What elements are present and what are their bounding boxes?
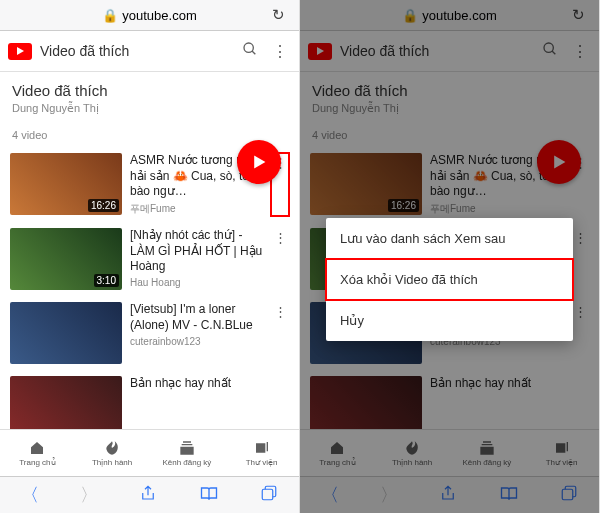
youtube-logo-icon[interactable] — [8, 43, 32, 60]
video-meta: [Nhảy nhót các thứ] - LÀM GÌ PHẢI HỐT | … — [130, 228, 263, 290]
right-screenshot: 🔒 youtube.com ↻ Video đã thích ⋮ Video đ… — [300, 0, 600, 513]
safari-address-bar[interactable]: 🔒 youtube.com ↻ — [0, 0, 299, 31]
video-duration: 16:26 — [88, 199, 119, 212]
header-title: Video đã thích — [40, 43, 231, 59]
nav-home[interactable]: Trang chủ — [0, 430, 75, 476]
menu-save-later[interactable]: Lưu vào danh sách Xem sau — [326, 218, 573, 259]
nav-label: Thịnh hành — [92, 458, 132, 467]
left-screenshot: 🔒 youtube.com ↻ Video đã thích ⋮ Video đ… — [0, 0, 300, 513]
svg-line-1 — [252, 51, 255, 54]
lock-icon: 🔒 — [102, 8, 118, 23]
video-title: Bản nhạc hay nhất — [130, 376, 289, 392]
nav-subscriptions[interactable]: Kênh đăng ký — [150, 430, 225, 476]
playlist-owner: Dung Nguyễn Thị — [12, 102, 287, 115]
forward-icon: 〉 — [80, 483, 98, 507]
video-meta: Bản nhạc hay nhất — [130, 376, 289, 429]
menu-remove-liked[interactable]: Xóa khỏi Video đã thích — [326, 259, 573, 300]
header-more-icon[interactable]: ⋮ — [269, 42, 291, 61]
video-thumbnail: 3:10 — [10, 228, 122, 290]
bottom-nav: Trang chủ Thịnh hành Kênh đăng ký Thư vi… — [0, 429, 299, 476]
youtube-header: Video đã thích ⋮ — [0, 31, 299, 72]
video-more-icon[interactable]: ⋮ — [271, 302, 289, 364]
video-row[interactable]: 3:10 [Nhảy nhót các thứ] - LÀM GÌ PHẢI H… — [0, 222, 299, 296]
video-channel: Hau Hoang — [130, 277, 263, 288]
context-menu: Lưu vào danh sách Xem sau Xóa khỏi Video… — [326, 218, 573, 341]
nav-label: Kênh đăng ký — [162, 458, 211, 467]
search-icon[interactable] — [239, 41, 261, 61]
video-row[interactable]: Bản nhạc hay nhất — [0, 370, 299, 429]
menu-cancel[interactable]: Hủy — [326, 300, 573, 341]
video-channel: cuterainbow123 — [130, 336, 263, 347]
video-row[interactable]: [Vietsub] I'm a loner (Alone) MV - C.N.B… — [0, 296, 299, 370]
video-thumbnail — [10, 376, 122, 429]
share-icon[interactable] — [139, 484, 157, 507]
playlist-title: Video đã thích — [12, 82, 287, 99]
nav-trending[interactable]: Thịnh hành — [75, 430, 150, 476]
safari-toolbar: 〈 〉 — [0, 476, 299, 513]
video-channel: 푸메Fume — [130, 202, 263, 216]
svg-rect-2 — [263, 489, 274, 500]
bookmarks-icon[interactable] — [199, 484, 219, 507]
back-icon[interactable]: 〈 — [21, 483, 39, 507]
video-thumbnail — [10, 302, 122, 364]
video-meta: [Vietsub] I'm a loner (Alone) MV - C.N.B… — [130, 302, 263, 364]
play-all-button[interactable] — [237, 140, 281, 184]
url-host: youtube.com — [122, 8, 196, 23]
video-title: [Vietsub] I'm a loner (Alone) MV - C.N.B… — [130, 302, 263, 333]
modal-overlay[interactable]: Lưu vào danh sách Xem sau Xóa khỏi Video… — [300, 0, 599, 513]
video-more-icon[interactable]: ⋮ — [271, 228, 289, 290]
nav-label: Thư viện — [246, 458, 278, 467]
svg-point-0 — [244, 43, 253, 52]
tabs-icon[interactable] — [260, 484, 278, 507]
video-list: 16:26 ASMR Nước tương ướp hải sản 🦀 Cua,… — [0, 147, 299, 429]
video-thumbnail: 16:26 — [10, 153, 122, 215]
video-duration: 3:10 — [94, 274, 119, 287]
playlist-header: Video đã thích Dung Nguyễn Thị — [0, 72, 299, 119]
video-title: [Nhảy nhót các thứ] - LÀM GÌ PHẢI HỐT | … — [130, 228, 263, 274]
refresh-icon[interactable]: ↻ — [272, 6, 285, 24]
nav-library[interactable]: Thư viện — [224, 430, 299, 476]
nav-label: Trang chủ — [19, 458, 55, 467]
